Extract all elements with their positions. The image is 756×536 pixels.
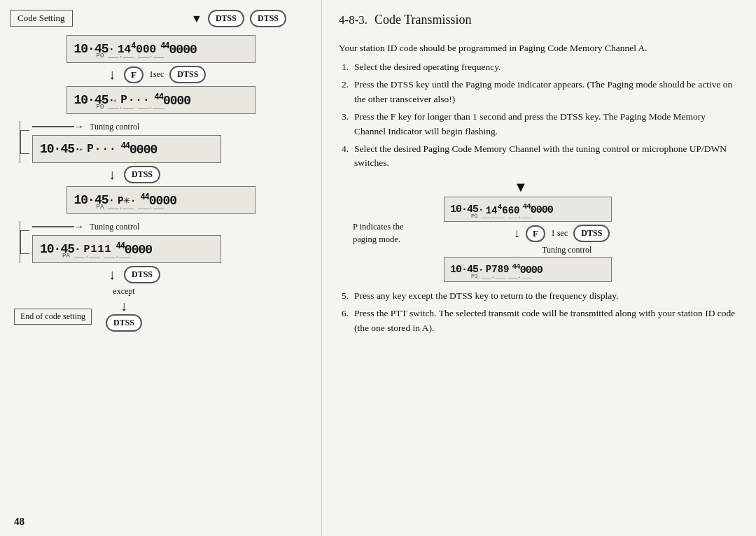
right-tuning-label: Tuning control <box>542 245 592 255</box>
lcda-icon: ▪ <box>479 206 483 213</box>
lcd3-ch: P··· <box>87 143 116 155</box>
right-one-sec: 1 sec <box>551 228 568 239</box>
lcdb-icon: ▪ <box>479 267 483 273</box>
list-items-5-6: 5. Press any key except the DTSS key to … <box>339 289 739 336</box>
f-btn-1[interactable]: F <box>124 66 144 83</box>
lcd2-sub: PO ___.___ ___.___ <box>97 104 164 111</box>
list-item-2: 2. Press the DTSS key until the Paging m… <box>342 78 739 107</box>
down-arrow-top: ▼ <box>191 13 202 27</box>
horiz-arrow-1 <box>32 126 74 127</box>
p-indicates-text: P indicates the paging mode. <box>353 179 444 282</box>
tuning-bracket-2: → Tuning control 10·45 ▪ P111 440000 PA … <box>14 216 307 263</box>
dtss-btn-right[interactable]: DTSS <box>573 225 610 242</box>
lcda-sub: PO ___.___ ___.___ <box>471 213 531 219</box>
left-panel: Code Setting ▼ DTSS DTSS 10·45 ▪ 144000 … <box>0 0 322 536</box>
lcd4-sub: PA ___.___ ___.___ <box>97 204 164 211</box>
lcd3-icon: ▪✳ <box>76 146 83 153</box>
lcd3-freq: 440000 <box>121 141 158 157</box>
dtss-btn-2[interactable]: DTSS <box>250 10 286 27</box>
lcd-display-5: 10·45 ▪ P111 440000 PA ___.___ ___.___ <box>32 235 221 263</box>
list-item-3: 3. Press the F key for longer than 1 sec… <box>342 110 739 139</box>
arrow1: ↓ <box>108 66 115 83</box>
list-item-6: 6. Press the PTT switch. The selected tr… <box>342 306 739 336</box>
dtss-btn-5[interactable]: DTSS <box>124 266 160 283</box>
dtss-btn-1[interactable]: DTSS <box>208 10 244 27</box>
lcd-step-4: 10·45 ▪ P✳· 440000 PA ___.___ ___.___ <box>14 186 307 214</box>
dtss-btn-3[interactable]: DTSS <box>169 66 206 83</box>
right-panel: 4-8-3. Code Transmission Your station ID… <box>322 0 756 536</box>
right-arrow-down: ↓ <box>514 226 520 241</box>
lcd1-freq: 440000 <box>160 41 197 57</box>
lcd-display-2: 10·45 ▪✳ P··· 440000 PO ___.___ ___.___ <box>66 86 255 114</box>
lcdb-sub: P3 ___.___ ___.___ <box>471 273 531 279</box>
lcd-display-b: 10·45 ▪ P789 440000 P3 ___.___ ___.___ <box>444 257 612 282</box>
f-btn-right[interactable]: F <box>526 225 545 242</box>
list-item-1: 1. Select the desired operating frequenc… <box>342 60 739 75</box>
arrow2: ↓ <box>108 167 115 183</box>
intro-paragraph: Your station ID code should be programme… <box>339 41 739 56</box>
right-diagram: P indicates the paging mode. ▼ 10·45 ▪ 1… <box>353 179 739 282</box>
lcd-display-1: 10·45 ▪ 144000 440000 PO ___.___ ___.___ <box>66 35 255 63</box>
code-setting-label: Code Setting <box>10 10 73 27</box>
lcd-display-3: 10·45 ▪✳ P··· 440000 <box>32 135 221 163</box>
end-section: End of code setting except ↓ DTSS <box>14 286 307 332</box>
dtss-btn-4[interactable]: DTSS <box>124 166 160 183</box>
tuning-label-1: Tuning control <box>90 122 139 132</box>
one-sec-1: 1sec <box>149 69 164 80</box>
flow-diagram: 10·45 ▪ 144000 440000 PO ___.___ ___.___… <box>14 35 307 332</box>
except-label: except <box>113 286 134 297</box>
step2-controls: ↓ DTSS <box>108 166 307 183</box>
arrow-right-2: → <box>74 221 84 232</box>
horiz-arrow-2 <box>32 226 74 227</box>
right-f-controls: ↓ F 1 sec DTSS <box>514 225 610 242</box>
lcd3-time: 10·45 <box>40 142 74 156</box>
lcd-step-1: 10·45 ▪ 144000 440000 PO ___.___ ___.___ <box>14 35 307 63</box>
lcd5-sub: PA ___.___ ___.___ <box>62 253 130 260</box>
lcd-display-a: 10·45 ▪ 144660 440000 PO ___.___ ___.___ <box>444 197 612 222</box>
arrow-right-1: → <box>74 121 84 132</box>
tuning-bracket-1: → Tuning control 10·45 ▪✳ P··· 440000 <box>14 115 307 163</box>
list-item-5: 5. Press any key except the DTSS key to … <box>342 289 739 304</box>
tuning-label-2: Tuning control <box>90 222 139 232</box>
section-header: 4-8-3. Code Transmission <box>339 13 739 34</box>
dtss-btn-6[interactable]: DTSS <box>106 314 142 332</box>
page-number: 48 <box>14 516 24 528</box>
arrow3: ↓ <box>108 267 115 283</box>
list-items-1-4: 1. Select the desired operating frequenc… <box>339 60 739 171</box>
section-number: 4-8-3. <box>339 13 368 27</box>
top-dtss-buttons: ▼ DTSS DTSS <box>191 10 286 27</box>
list-item-4: 4. Select the desired Paging Code Memory… <box>342 142 739 171</box>
section-title: Code Transmission <box>374 13 472 27</box>
lcd-display-4: 10·45 ▪ P✳· 440000 PA ___.___ ___.___ <box>66 186 255 214</box>
end-of-code-label: End of code setting <box>14 309 92 325</box>
right-lcd-column: ▼ 10·45 ▪ 144660 440000 PO ___.___ ___._… <box>444 179 739 282</box>
arrow4: ↓ <box>120 298 127 314</box>
right-arrow-top: ▼ <box>514 179 528 195</box>
step3-controls: ↓ DTSS <box>108 266 307 283</box>
step1-controls: ↓ F 1sec DTSS <box>108 66 307 83</box>
lcd-step-2: 10·45 ▪✳ P··· 440000 PO ___.___ ___.___ <box>14 86 307 114</box>
lcd1-sub: PO ___.___ ___.___ <box>97 52 164 59</box>
